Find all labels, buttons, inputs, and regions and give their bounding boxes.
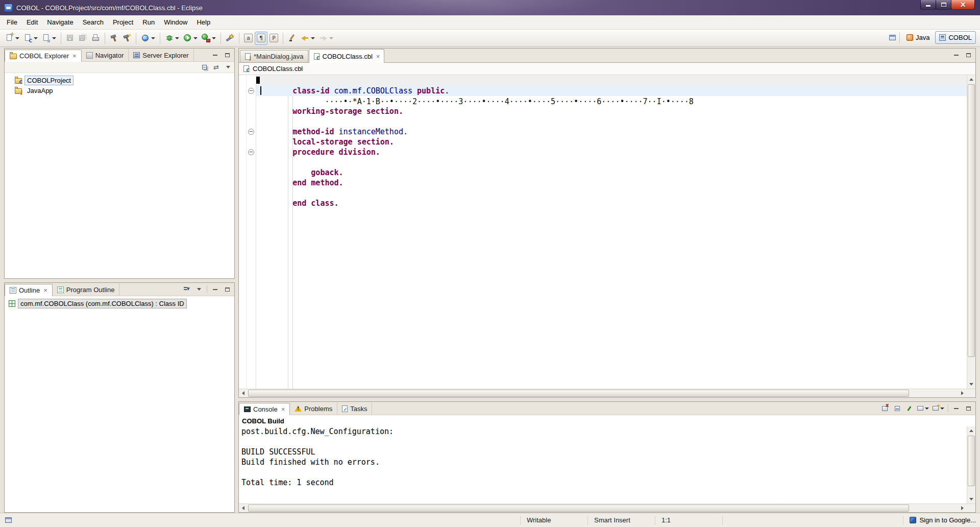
code-line-2[interactable]: [256, 96, 967, 106]
fold-collapse-icon[interactable]: [248, 129, 254, 135]
menu-window[interactable]: Window: [159, 16, 192, 29]
new-wizard-button[interactable]: [3, 32, 21, 45]
last-edit-location-button[interactable]: [286, 32, 299, 45]
scroll-left-button[interactable]: [239, 389, 248, 397]
menu-search[interactable]: Search: [78, 16, 108, 29]
maximize-button[interactable]: [964, 404, 973, 413]
code-line-3[interactable]: working-storage section.: [256, 106, 967, 116]
back-button[interactable]: [299, 32, 317, 45]
show-whitespace-toggle[interactable]: ¶: [255, 32, 267, 45]
perspective-cobol-button[interactable]: COBOL: [935, 31, 976, 44]
link-with-editor-button[interactable]: [212, 63, 220, 71]
close-window-button[interactable]: [951, 0, 975, 10]
code-line-11[interactable]: [256, 188, 967, 198]
scroll-down-button[interactable]: [967, 380, 975, 389]
explorer-maximize-button[interactable]: [223, 51, 232, 59]
editor-minimize-button[interactable]: [952, 51, 961, 59]
scroll-lock-button[interactable]: [893, 404, 901, 413]
view-menu-button[interactable]: [194, 285, 203, 294]
show-print-margin-toggle[interactable]: P: [267, 32, 280, 45]
open-search-dialog-button[interactable]: [224, 32, 236, 45]
sort-button[interactable]: [182, 285, 191, 294]
view-tab-cobol-explorer[interactable]: COBOL Explorer×: [5, 50, 82, 62]
code-line-10[interactable]: end method.: [256, 178, 967, 188]
menu-navigate[interactable]: Navigate: [42, 16, 78, 29]
perspective-java-button[interactable]: Java: [902, 31, 934, 44]
editor-content[interactable]: ····•·*A·1·B··•····2····•····3····•····4…: [256, 75, 967, 389]
print-button[interactable]: [89, 32, 102, 45]
scroll-down-button[interactable]: [967, 495, 975, 504]
close-tab-icon[interactable]: ×: [376, 53, 380, 60]
editor-vertical-scrollbar[interactable]: [967, 75, 975, 389]
console-tab-console[interactable]: Console×: [239, 403, 290, 415]
tree-item-com-mf-cobolclass-com-mf-cobolclass-class-id[interactable]: com.mf.COBOLClass (com.mf.COBOLClass) : …: [5, 298, 234, 308]
menu-file[interactable]: File: [2, 16, 22, 29]
clear-console-button[interactable]: [880, 404, 889, 413]
editor-horizontal-scrollbar[interactable]: [239, 389, 975, 397]
debug-button[interactable]: [163, 32, 181, 45]
view-tab-navigator[interactable]: Navigator: [82, 49, 129, 61]
menu-help[interactable]: Help: [192, 16, 215, 29]
view-tab-outline[interactable]: Outline×: [5, 284, 53, 296]
rebuild-project-button[interactable]: [120, 32, 133, 45]
scroll-up-button[interactable]: [967, 426, 975, 435]
run-button[interactable]: [181, 32, 200, 45]
fast-view-button[interactable]: [4, 516, 13, 524]
code-line-7[interactable]: procedure division.: [256, 147, 967, 157]
editor-maximize-button[interactable]: [964, 51, 973, 59]
pin-console-button[interactable]: [905, 404, 914, 413]
block-selection-toggle[interactable]: a: [242, 32, 255, 45]
code-line-8[interactable]: [256, 157, 967, 167]
application-icon[interactable]: [4, 4, 13, 12]
code-line-9[interactable]: goback.: [256, 167, 967, 178]
console-vertical-scrollbar[interactable]: [967, 426, 975, 504]
open-web-browser-button[interactable]: [139, 32, 157, 45]
close-tab-icon[interactable]: ×: [72, 52, 77, 60]
code-line-5[interactable]: method-id instanceMethod.: [256, 127, 967, 137]
code-line-12[interactable]: end class.: [256, 198, 967, 208]
run-external-tools-button[interactable]: [200, 32, 218, 45]
display-selected-console-button[interactable]: [917, 404, 929, 413]
scrollbar-thumb[interactable]: [968, 84, 975, 357]
tree-item-javaapp[interactable]: JavaApp: [5, 85, 234, 95]
code-line-1[interactable]: class-id com.mf.COBOLClass public.: [256, 86, 967, 96]
scroll-right-button[interactable]: [958, 389, 967, 397]
minimize-button[interactable]: [952, 404, 961, 413]
explorer-minimize-button[interactable]: [211, 51, 219, 59]
scroll-right-button[interactable]: [958, 504, 967, 512]
build-project-button[interactable]: [108, 32, 120, 45]
close-tab-icon[interactable]: ×: [281, 405, 285, 413]
maximize-button[interactable]: [223, 285, 232, 294]
open-console-button[interactable]: [933, 404, 944, 413]
scroll-left-button[interactable]: [239, 504, 248, 512]
new-cobol-program-button[interactable]: [21, 32, 40, 45]
scrollbar-thumb[interactable]: [968, 436, 975, 486]
code-line-6[interactable]: local-storage section.: [256, 137, 967, 147]
code-line-4[interactable]: [256, 116, 967, 127]
open-cobol-element-button[interactable]: [40, 32, 58, 45]
close-tab-icon[interactable]: ×: [43, 286, 47, 294]
tree-item-cobolproject[interactable]: COBOLProject: [5, 75, 234, 85]
console-tab-problems[interactable]: Problems: [290, 402, 337, 415]
minimize-window-button[interactable]: [920, 0, 936, 10]
maximize-window-button[interactable]: [936, 0, 951, 10]
open-perspective-button[interactable]: [888, 33, 897, 42]
view-tab-server-explorer[interactable]: Server Explorer: [129, 49, 193, 61]
view-tab-program-outline[interactable]: Program Outline: [53, 283, 120, 296]
scrollbar-thumb[interactable]: [248, 505, 909, 512]
console-horizontal-scrollbar[interactable]: [239, 504, 975, 512]
console-tab-tasks[interactable]: Tasks: [337, 402, 372, 415]
console-output[interactable]: post.build.cfg.New_Configuration:BUILD S…: [239, 426, 967, 504]
view-menu-button[interactable]: [224, 63, 232, 71]
scrollbar-thumb[interactable]: [248, 390, 909, 397]
fold-collapse-icon[interactable]: [248, 88, 254, 94]
editor-tab-maindialog-java[interactable]: *MainDialog.java: [240, 50, 308, 62]
breadcrumb-file[interactable]: COBOLClass.cbl: [253, 65, 303, 73]
scroll-up-button[interactable]: [967, 75, 975, 84]
editor-tab-cobolclass-cbl[interactable]: COBOLClass.cbl×: [309, 49, 385, 63]
menu-edit[interactable]: Edit: [22, 16, 42, 29]
google-signin-button[interactable]: Sign in to Google...: [903, 516, 976, 525]
fold-collapse-icon[interactable]: [248, 149, 254, 155]
collapse-all-button[interactable]: [200, 63, 209, 71]
menu-run[interactable]: Run: [138, 16, 159, 29]
